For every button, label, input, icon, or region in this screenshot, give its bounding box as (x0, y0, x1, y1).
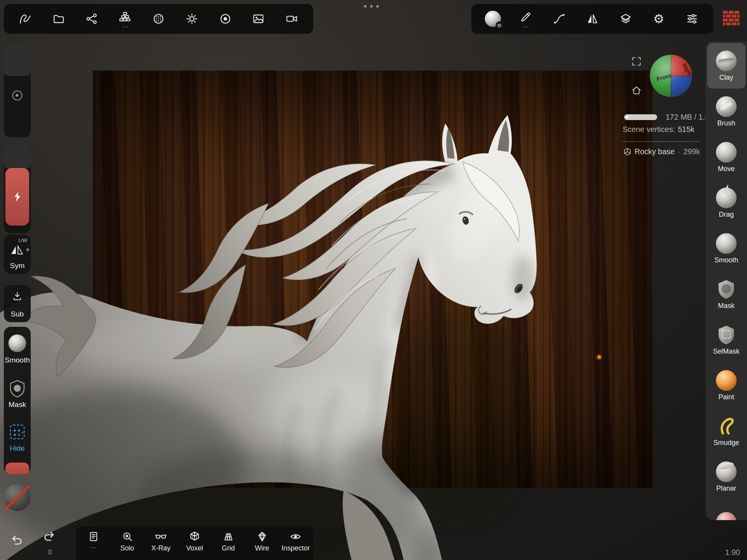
mask-quick-icon[interactable] (9, 380, 25, 397)
clipped-tool-sphere-icon (716, 512, 737, 520)
grid-toggle[interactable]: Grid (212, 529, 245, 560)
tool-clipped-next[interactable] (707, 499, 745, 520)
tool-mask[interactable]: Mask (707, 271, 745, 317)
render-button[interactable] (213, 5, 237, 32)
wireframe-toggle[interactable]: Wire (246, 529, 278, 560)
home-view-button[interactable] (631, 85, 642, 96)
tool-move[interactable]: Move (707, 134, 745, 180)
voxel-remesh-button[interactable] (147, 5, 170, 32)
mask-shield-icon (717, 279, 736, 300)
settings-button[interactable]: ⚙ (647, 5, 671, 32)
intensity-slider-fill[interactable] (5, 168, 29, 226)
zoom-scale-label: 1.90 (725, 548, 740, 557)
bottom-item-label: Voxel (186, 545, 203, 552)
bottom-item-label: Inspector (281, 545, 310, 552)
tool-paint[interactable]: Paint (707, 362, 745, 408)
mask-quick-label: Mask (4, 400, 31, 409)
lightning-bolt-icon (13, 191, 22, 202)
scene-graph-icon (86, 13, 98, 25)
drag-handle-dots-icon[interactable] (364, 5, 379, 8)
matcap-disabled-sphere[interactable] (4, 484, 31, 511)
multires-button[interactable]: ... (113, 5, 137, 32)
fullscreen-button[interactable] (631, 56, 642, 67)
sub-label: Sub (4, 310, 31, 318)
clay-sphere-icon (716, 51, 737, 71)
app-window: ... (0, 0, 747, 560)
tool-clay[interactable]: Clay (707, 43, 745, 89)
tool-selmask[interactable]: SelMask (707, 317, 745, 362)
xray-toggle[interactable]: X-Ray (145, 529, 177, 560)
background-image-icon (252, 13, 264, 25)
sym-label: Sym (4, 262, 31, 270)
files-button[interactable] (47, 5, 71, 32)
history-more-dots: ... (90, 545, 97, 548)
scene-graph-button[interactable] (80, 5, 104, 32)
intensity-slider[interactable] (4, 144, 31, 233)
falloff-curve-icon (553, 13, 565, 25)
intensity-slider-track (4, 144, 31, 169)
radius-slider[interactable] (4, 45, 31, 137)
stroke-cursor-dot (597, 355, 601, 359)
orientation-gizmo[interactable]: Front Right (649, 54, 692, 97)
sym-expand-chevron-icon[interactable] (27, 248, 30, 252)
material-button[interactable]: ⚙ (481, 5, 505, 32)
scene-vertices-value: 515k (678, 125, 694, 133)
wireframe-diamond-icon (256, 531, 268, 542)
voxel-remesh-icon (152, 13, 165, 25)
symmetry-quick-button[interactable]: L/W Sym (4, 235, 31, 274)
smooth-quick-icon[interactable] (8, 334, 26, 352)
tool-label: SelMask (713, 348, 739, 355)
falloff-button[interactable] (547, 5, 571, 32)
mesh-list-entry[interactable]: Rocky base · 299k (623, 147, 700, 156)
mesh-dot: · (678, 147, 681, 156)
camera-button[interactable] (280, 5, 304, 32)
material-gear-badge-icon: ⚙ (496, 21, 503, 29)
inspector-toggle[interactable]: Inspector (279, 529, 312, 560)
tool-label: Clay (719, 74, 733, 81)
red-bricks-icon (722, 8, 740, 28)
memory-gauge (624, 114, 657, 120)
voxel-cube-icon (189, 531, 200, 542)
symmetry-button[interactable] (580, 5, 604, 32)
scene-vertices-label: Scene vertices: (623, 125, 675, 133)
selmask-shield-icon (717, 324, 736, 345)
voxel-toggle[interactable]: Voxel (178, 529, 211, 560)
top-right-toolbar: ⚙ ... ⚙ (471, 4, 713, 34)
layers-button[interactable] (614, 5, 638, 32)
tool-smudge[interactable]: Smudge (707, 408, 745, 454)
history-count: 0 (41, 548, 58, 556)
layers-icon (620, 13, 632, 25)
lighting-button[interactable] (180, 5, 204, 32)
solo-toggle[interactable]: Solo (111, 529, 144, 560)
redo-button[interactable] (42, 529, 57, 544)
clipped-red-quick-item[interactable] (5, 463, 29, 474)
app-menu-button[interactable] (13, 5, 37, 32)
horse-sculpture-mesh[interactable] (0, 77, 537, 560)
sym-mini-label: L/W (18, 237, 27, 243)
hide-quick-label: Hide (4, 444, 31, 453)
tool-brush[interactable]: Brush (707, 89, 745, 134)
subdivide-button[interactable]: Sub (4, 285, 31, 322)
history-panel-button[interactable]: ... (78, 529, 110, 560)
background-image-button[interactable] (246, 5, 270, 32)
scene-vertices-row: Scene vertices:515k (623, 125, 694, 134)
tool-drag[interactable]: Drag (707, 180, 745, 226)
lighting-sun-icon (186, 13, 198, 25)
red-bricks-button[interactable] (722, 8, 740, 28)
tool-planar[interactable]: Planar (707, 454, 745, 499)
smooth-quick-label: Smooth (4, 356, 31, 364)
tool-smooth[interactable]: Smooth (707, 226, 745, 271)
undo-button[interactable] (9, 533, 24, 548)
camera-icon (286, 13, 298, 25)
tool-label: Smooth (714, 257, 738, 264)
brush-sphere-icon (716, 96, 737, 117)
top-left-toolbar: ... (4, 4, 313, 34)
hide-quick-icon[interactable] (10, 425, 25, 439)
radius-target-icon (12, 91, 22, 100)
bottom-item-label: Wire (255, 545, 269, 552)
mesh-count: 299k (683, 147, 700, 156)
postprocess-button[interactable] (680, 5, 704, 32)
stroke-button[interactable]: ... (514, 5, 538, 32)
bottom-item-label: Grid (222, 545, 235, 552)
bottom-item-label: Solo (120, 545, 134, 552)
